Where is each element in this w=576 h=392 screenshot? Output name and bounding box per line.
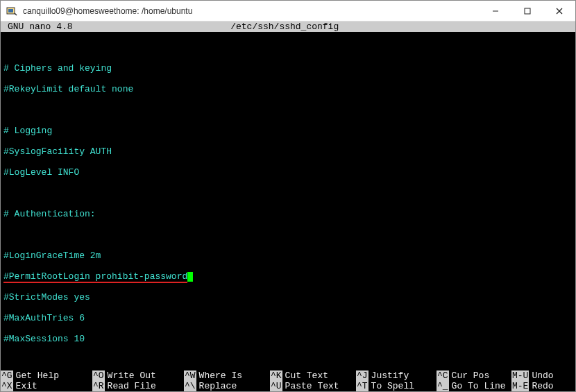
maximize-button[interactable] [511, 1, 543, 21]
editor-line: #MaxSessions 10 [3, 334, 573, 344]
shortcut-label: Read File [105, 381, 156, 391]
shortcut-item: ^WWhere Is [184, 370, 267, 381]
window-title: canquillo09@homesweethome: /home/ubuntu [23, 6, 480, 16]
shortcut-key: ^J [356, 370, 369, 381]
shortcut-item: ^_Go To Line [437, 381, 509, 391]
shortcut-label: Replace [196, 381, 237, 391]
editor-line: #MaxAuthTries 6 [3, 313, 573, 323]
putty-icon [5, 4, 19, 18]
shortcut-key: ^K [270, 370, 282, 381]
editor-line-highlighted: #PermitRootLogin prohibit-password [3, 271, 573, 282]
nano-shortcuts: ^GGet Help^OWrite Out^WWhere Is^KCut Tex… [1, 370, 575, 391]
nano-app-label: GNU nano 4.8 [1, 22, 230, 32]
shortcut-label: Exit [13, 381, 37, 391]
shortcut-item: ^XExit [1, 381, 90, 391]
editor-line: #LoginGraceTime 2m [3, 250, 573, 261]
shortcut-key: ^C [437, 370, 449, 381]
editor-line: # Authentication: [3, 209, 573, 219]
editor-line: #SyslogFacility AUTH [3, 146, 573, 157]
shortcut-item: ^RRead File [92, 381, 181, 391]
minimize-button[interactable] [480, 1, 511, 21]
shortcut-label: Undo [529, 370, 553, 381]
shortcut-item: ^JJustify [356, 370, 434, 381]
shortcut-label: Cur Pos [449, 370, 490, 381]
nano-file-path: /etc/ssh/sshd_config [230, 22, 575, 32]
shortcut-label: Justify [369, 370, 409, 381]
terminal-area[interactable]: GNU nano 4.8 /etc/ssh/sshd_config # Ciph… [1, 22, 575, 391]
svg-rect-4 [525, 8, 530, 14]
shortcut-row: ^XExit^RRead File^\Replace^UPaste Text^T… [1, 381, 575, 391]
shortcut-label: Go To Line [449, 381, 506, 391]
text-cursor [187, 272, 193, 282]
shortcut-item: ^KCut Text [270, 370, 353, 381]
close-button[interactable] [543, 1, 575, 21]
shortcut-label: Paste Text [282, 381, 339, 391]
shortcut-item: ^\Replace [184, 381, 267, 391]
shortcut-key: ^O [92, 370, 105, 381]
shortcut-label: Where Is [196, 370, 242, 381]
editor-line: # Ciphers and keying [3, 63, 573, 74]
shortcut-label: Redo [529, 381, 553, 391]
shortcut-key: ^U [270, 381, 282, 391]
shortcut-key: ^R [92, 381, 105, 391]
shortcut-key: ^W [184, 370, 196, 381]
svg-line-2 [15, 13, 17, 15]
shortcut-item: ^UPaste Text [270, 381, 353, 391]
shortcut-item: M-ERedo [511, 381, 567, 391]
shortcut-key: M-U [511, 370, 529, 381]
shortcut-label: To Spell [369, 381, 414, 391]
shortcut-label: Write Out [105, 370, 156, 381]
svg-rect-1 [8, 9, 13, 12]
editor-line: #LogLevel INFO [3, 167, 573, 178]
editor-line: #StrictModes yes [3, 292, 573, 302]
shortcut-item: ^OWrite Out [92, 370, 181, 381]
shortcut-label: Get Help [13, 370, 59, 381]
shortcut-key: ^G [1, 370, 13, 381]
shortcut-key: M-E [511, 381, 529, 391]
shortcut-item: ^CCur Pos [437, 370, 509, 381]
shortcut-key: ^X [1, 381, 13, 391]
shortcut-label: Cut Text [282, 370, 328, 381]
shortcut-key: ^_ [437, 381, 449, 391]
titlebar[interactable]: canquillo09@homesweethome: /home/ubuntu [1, 1, 575, 22]
editor-line: # Logging [3, 126, 573, 136]
shortcut-row: ^GGet Help^OWrite Out^WWhere Is^KCut Tex… [1, 370, 575, 381]
shortcut-key: ^\ [184, 381, 196, 391]
nano-header: GNU nano 4.8 /etc/ssh/sshd_config [1, 22, 575, 32]
shortcut-item: ^TTo Spell [356, 381, 434, 391]
editor-line: #RekeyLimit default none [3, 84, 573, 94]
editor-content[interactable]: # Ciphers and keying #RekeyLimit default… [1, 32, 575, 391]
shortcut-key: ^T [356, 381, 369, 391]
putty-window: canquillo09@homesweethome: /home/ubuntu … [0, 0, 576, 392]
shortcut-item: ^GGet Help [1, 370, 90, 381]
shortcut-item: M-UUndo [511, 370, 567, 381]
